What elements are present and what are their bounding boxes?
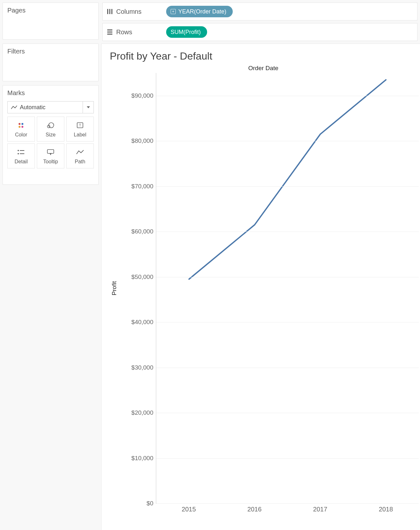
grid-line <box>156 413 419 413</box>
y-tick-label: $10,000 <box>131 455 153 462</box>
marks-title: Marks <box>7 89 94 97</box>
x-tick-label: 2018 <box>353 504 419 516</box>
y-axis-ticks: $0$10,000$20,000$30,000$40,000$50,000$60… <box>121 73 156 503</box>
filters-panel[interactable]: Filters <box>3 44 99 81</box>
columns-pill-year-order-date[interactable]: + YEAR(Order Date) <box>166 6 233 17</box>
y-tick-label: $40,000 <box>131 319 153 326</box>
columns-pill-label: YEAR(Order Date) <box>178 8 226 15</box>
svg-point-2 <box>19 126 20 128</box>
x-tick-label: 2015 <box>156 504 222 516</box>
y-tick-label: $60,000 <box>131 228 153 235</box>
rows-shelf[interactable]: Rows SUM(Profit) <box>102 23 417 41</box>
svg-rect-17 <box>107 29 112 30</box>
x-tick-label: 2017 <box>287 504 353 516</box>
svg-rect-15 <box>109 9 110 14</box>
grid-line <box>156 503 419 504</box>
svg-rect-18 <box>107 32 112 33</box>
x-tick-label: 2016 <box>222 504 287 516</box>
dropdown-caret[interactable] <box>83 102 93 113</box>
rows-label: Rows <box>116 29 132 36</box>
svg-rect-14 <box>107 9 108 14</box>
marks-tooltip-label: Tooltip <box>43 159 58 165</box>
columns-icon <box>107 8 113 15</box>
marks-path-label: Path <box>75 159 85 165</box>
rows-pill-label: SUM(Profit) <box>171 29 201 36</box>
grid-line <box>156 368 419 368</box>
pages-panel[interactable]: Pages <box>3 3 99 40</box>
chart-area: Profit by Year - Default Order Date Prof… <box>101 44 420 530</box>
detail-icon <box>17 147 25 157</box>
svg-point-10 <box>18 153 19 154</box>
pages-title: Pages <box>7 7 94 14</box>
y-tick-label: $50,000 <box>131 273 153 281</box>
marks-color-button[interactable]: Color <box>7 117 35 142</box>
grid-line <box>156 96 419 96</box>
filters-title: Filters <box>7 48 94 55</box>
svg-point-0 <box>19 123 20 125</box>
mark-type-select[interactable]: Automatic <box>7 101 94 113</box>
svg-point-8 <box>18 150 19 151</box>
svg-rect-19 <box>107 34 112 35</box>
svg-point-3 <box>21 126 23 128</box>
shelves-area: Columns + YEAR(Order Date) Rows SUM(P <box>101 0 420 44</box>
svg-marker-13 <box>50 153 51 155</box>
grid-line <box>156 458 419 459</box>
expand-icon: + <box>171 9 176 14</box>
x-axis-ticks: 2015201620172018 <box>156 503 419 516</box>
y-tick-label: $80,000 <box>131 137 153 144</box>
y-tick-label: $20,000 <box>131 409 153 416</box>
path-icon <box>76 147 84 157</box>
y-tick-label: $0 <box>147 500 153 507</box>
columns-shelf[interactable]: Columns + YEAR(Order Date) <box>102 3 417 20</box>
marks-size-button[interactable]: Size <box>37 117 64 142</box>
y-tick-label: $70,000 <box>131 183 153 190</box>
y-axis-title: Profit <box>108 73 121 503</box>
svg-rect-16 <box>111 9 112 14</box>
chevron-down-icon <box>87 106 90 108</box>
svg-rect-11 <box>20 153 24 154</box>
svg-text:T: T <box>79 124 81 127</box>
svg-point-1 <box>21 123 23 125</box>
grid-line <box>156 232 419 232</box>
columns-label: Columns <box>116 8 141 15</box>
y-tick-label: $90,000 <box>131 92 153 99</box>
line-chart-plot[interactable] <box>156 73 419 503</box>
marks-detail-button[interactable]: Detail <box>7 143 35 168</box>
marks-label-button[interactable]: T Label <box>66 117 94 142</box>
marks-color-label: Color <box>15 132 27 138</box>
size-icon <box>46 120 55 130</box>
marks-detail-label: Detail <box>15 159 28 165</box>
grid-line <box>156 141 419 141</box>
profit-line-series <box>189 80 386 279</box>
svg-rect-12 <box>47 150 54 153</box>
marks-label-label: Label <box>74 132 86 138</box>
rows-icon <box>107 29 113 35</box>
mark-type-label: Automatic <box>20 104 45 111</box>
rows-pill-sum-profit[interactable]: SUM(Profit) <box>166 26 207 38</box>
grid-line <box>156 322 419 322</box>
svg-rect-9 <box>20 150 24 151</box>
label-icon: T <box>77 120 84 130</box>
grid-line <box>156 186 419 187</box>
x-header-label: Order Date <box>108 65 419 72</box>
chart-title: Profit by Year - Default <box>110 50 419 62</box>
left-sidebar: Pages Filters Marks Automatic <box>0 0 101 530</box>
tooltip-icon <box>47 147 54 157</box>
grid-line <box>156 277 419 277</box>
color-icon <box>18 120 25 130</box>
y-tick-label: $30,000 <box>131 364 153 371</box>
line-icon <box>11 105 17 110</box>
marks-tooltip-button[interactable]: Tooltip <box>37 143 64 168</box>
marks-panel: Marks Automatic <box>3 85 99 185</box>
marks-size-label: Size <box>45 132 55 138</box>
marks-path-button[interactable]: Path <box>66 143 94 168</box>
